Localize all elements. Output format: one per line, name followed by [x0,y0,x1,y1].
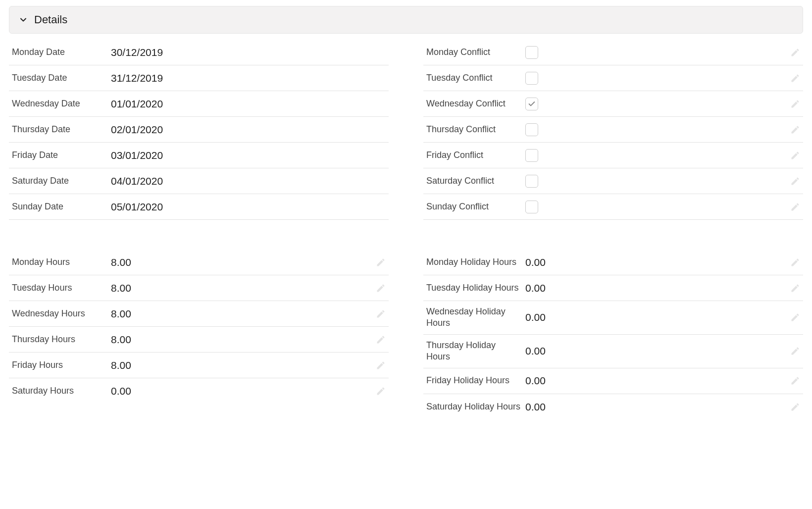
friday-hours-row: Friday Hours 8.00 [9,353,389,378]
friday-hours-label: Friday Hours [12,359,111,371]
pencil-icon[interactable] [790,176,800,186]
thursday-date-row: Thursday Date 02/01/2020 [9,117,389,143]
details-section-header[interactable]: Details [9,6,803,34]
pencil-icon[interactable] [790,125,800,135]
friday-date-row: Friday Date 03/01/2020 [9,143,389,168]
monday-hours-label: Monday Hours [12,256,111,268]
tuesday-hours-value: 8.00 [111,282,372,294]
monday-holiday-label: Monday Holiday Hours [426,256,525,268]
thursday-holiday-label: Thursday Holiday Hours [426,340,525,363]
saturday-holiday-row: Saturday Holiday Hours 0.00 [423,394,803,420]
friday-date-value: 03/01/2020 [111,150,386,161]
thursday-date-label: Thursday Date [12,124,111,135]
pencil-icon[interactable] [790,257,800,267]
wednesday-date-row: Wednesday Date 01/01/2020 [9,91,389,117]
sunday-date-row: Sunday Date 05/01/2020 [9,194,389,220]
wednesday-conflict-label: Wednesday Conflict [426,98,525,109]
wednesday-conflict-row: Wednesday Conflict [423,91,803,117]
monday-conflict-row: Monday Conflict [423,40,803,65]
pencil-icon[interactable] [790,73,800,83]
tuesday-holiday-value: 0.00 [525,282,786,294]
monday-holiday-row: Monday Holiday Hours 0.00 [423,250,803,275]
saturday-holiday-label: Saturday Holiday Hours [426,401,525,412]
monday-date-label: Monday Date [12,47,111,58]
saturday-hours-row: Saturday Hours 0.00 [9,378,389,404]
wednesday-date-label: Wednesday Date [12,98,111,109]
sunday-conflict-row: Sunday Conflict [423,194,803,220]
friday-holiday-value: 0.00 [525,375,786,387]
sunday-conflict-label: Sunday Conflict [426,201,525,212]
thursday-hours-row: Thursday Hours 8.00 [9,327,389,353]
thursday-hours-value: 8.00 [111,334,372,346]
thursday-conflict-label: Thursday Conflict [426,124,525,135]
tuesday-date-value: 31/12/2019 [111,72,386,84]
tuesday-conflict-checkbox[interactable] [525,72,538,85]
tuesday-hours-row: Tuesday Hours 8.00 [9,275,389,301]
friday-conflict-row: Friday Conflict [423,143,803,168]
wednesday-holiday-label: Wednesday Holi­day Hours [426,306,525,329]
tuesday-date-row: Tuesday Date 31/12/2019 [9,65,389,91]
pencil-icon[interactable] [790,48,800,57]
pencil-icon[interactable] [790,346,800,356]
wednesday-holiday-row: Wednesday Holi­day Hours 0.00 [423,301,803,335]
saturday-hours-value: 0.00 [111,385,372,397]
wednesday-conflict-checkbox[interactable] [525,98,538,110]
pencil-icon[interactable] [790,283,800,293]
pencil-icon[interactable] [376,257,386,267]
pencil-icon[interactable] [790,151,800,160]
pencil-icon[interactable] [790,402,800,412]
right-column: Monday Conflict Tuesday Conflict Wednesd… [423,40,803,420]
pencil-icon[interactable] [790,312,800,322]
tuesday-conflict-label: Tuesday Conflict [426,72,525,84]
sunday-conflict-checkbox[interactable] [525,201,538,213]
monday-date-row: Monday Date 30/12/2019 [9,40,389,65]
tuesday-conflict-row: Tuesday Conflict [423,65,803,91]
monday-holiday-value: 0.00 [525,256,786,268]
monday-conflict-checkbox[interactable] [525,46,538,59]
monday-hours-value: 8.00 [111,256,372,268]
monday-hours-row: Monday Hours 8.00 [9,250,389,275]
pencil-icon[interactable] [376,335,386,345]
saturday-date-row: Saturday Date 04/01/2020 [9,168,389,194]
thursday-conflict-checkbox[interactable] [525,123,538,136]
friday-conflict-checkbox[interactable] [525,149,538,162]
saturday-date-label: Saturday Date [12,175,111,187]
pencil-icon[interactable] [790,99,800,109]
wednesday-hours-label: Wednesday Hours [12,308,111,319]
tuesday-holiday-row: Tuesday Holiday Hours 0.00 [423,275,803,301]
sunday-date-value: 05/01/2020 [111,201,386,213]
monday-date-value: 30/12/2019 [111,47,386,58]
left-column: Monday Date 30/12/2019 Tuesday Date 31/1… [9,40,389,420]
tuesday-holiday-label: Tuesday Holiday Hours [426,282,525,294]
wednesday-hours-value: 8.00 [111,308,372,320]
saturday-holiday-value: 0.00 [525,401,786,413]
pencil-icon[interactable] [376,360,386,370]
saturday-hours-label: Saturday Hours [12,385,111,397]
wednesday-hours-row: Wednesday Hours 8.00 [9,301,389,327]
saturday-conflict-row: Saturday Conflict [423,168,803,194]
saturday-conflict-label: Saturday Conflict [426,175,525,187]
wednesday-date-value: 01/01/2020 [111,98,386,110]
friday-conflict-label: Friday Conflict [426,150,525,161]
saturday-conflict-checkbox[interactable] [525,175,538,188]
friday-holiday-label: Friday Holiday Hours [426,375,525,386]
thursday-holiday-row: Thursday Holiday Hours 0.00 [423,335,803,368]
pencil-icon[interactable] [376,283,386,293]
details-section-title: Details [34,13,67,26]
pencil-icon[interactable] [376,386,386,396]
pencil-icon[interactable] [790,202,800,212]
pencil-icon[interactable] [790,376,800,386]
friday-hours-value: 8.00 [111,359,372,371]
wednesday-holiday-value: 0.00 [525,311,786,323]
sunday-date-label: Sunday Date [12,201,111,212]
thursday-hours-label: Thursday Hours [12,334,111,345]
friday-holiday-row: Friday Holiday Hours 0.00 [423,368,803,394]
thursday-holiday-value: 0.00 [525,345,786,357]
thursday-conflict-row: Thursday Conflict [423,117,803,143]
tuesday-date-label: Tuesday Date [12,72,111,84]
thursday-date-value: 02/01/2020 [111,124,386,136]
friday-date-label: Friday Date [12,150,111,161]
details-content: Monday Date 30/12/2019 Tuesday Date 31/1… [9,40,803,420]
pencil-icon[interactable] [376,309,386,319]
tuesday-hours-label: Tuesday Hours [12,282,111,294]
